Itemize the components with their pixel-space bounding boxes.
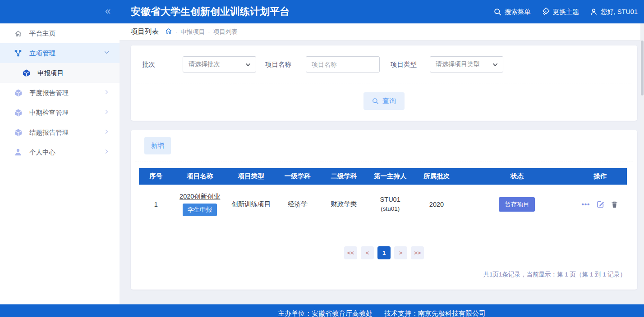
search-icon [372, 98, 379, 104]
cell-batch: 2020 [412, 185, 461, 225]
batch-select[interactable]: 请选择批次 [183, 56, 256, 72]
add-button[interactable]: 新增 [144, 137, 171, 154]
cell-name: 2020创新创业 学生申报 [173, 185, 227, 225]
project-name-input[interactable] [306, 56, 380, 72]
person-icon [14, 148, 23, 156]
project-table: 序号 项目名称 项目类型 一级学科 二级学科 第一主持人 所属批次 状态 操作 … [139, 168, 627, 225]
cube-icon [14, 128, 23, 137]
sidebar-item-label: 季度报告管理 [29, 89, 69, 97]
query-button[interactable]: 查询 [363, 92, 405, 110]
batch-select-value: 请选择批次 [189, 60, 220, 68]
chevron-down-icon [245, 62, 251, 68]
divider [135, 162, 633, 162]
pagination-first-button[interactable]: << [344, 246, 357, 259]
cube-icon [14, 89, 23, 97]
project-type-label: 项目类型 [391, 60, 430, 69]
delete-icon[interactable] [611, 200, 618, 208]
scrollbar-thumb[interactable] [641, 41, 644, 95]
sitemap-icon [14, 49, 23, 57]
cell-discipline2: 财政学类 [319, 185, 368, 225]
change-theme-button[interactable]: 更换主题 [542, 8, 579, 16]
breadcrumb-home-icon[interactable] [165, 27, 172, 36]
filter-panel: 批次 请选择批次 项目名称 项目类型 请选择项目类型 [131, 45, 637, 121]
chevron-right-icon [104, 149, 110, 156]
search-menu-button[interactable]: 搜索菜单 [494, 8, 531, 16]
sidebar-item-label: 个人中心 [29, 148, 55, 157]
cell-operations: ••• [573, 185, 627, 225]
project-list-panel: 新增 序号 项目名称 项目类型 一级学科 二级学科 第一主持人 所属批次 [131, 130, 637, 290]
sidebar-item-project-setup[interactable]: 立项管理 [0, 43, 120, 63]
pagination: << < 1 > >> [131, 246, 637, 259]
sidebar: 平台主页 立项管理 申报项目 季度报告管理 中期检查管理 [0, 23, 120, 304]
cell-index: 1 [139, 185, 173, 225]
col-header-type: 项目类型 [227, 168, 276, 185]
search-menu-label: 搜索菜单 [505, 8, 531, 16]
sidebar-item-apply-project[interactable]: 申报项目 [0, 63, 120, 83]
chevron-down-icon [492, 62, 498, 68]
footer-sponsor: 主办单位：安徽省教育厅高教处 [278, 309, 373, 317]
app-header: « 安徽省大学生创新创业训练计划平台 搜索菜单 更换主题 您好, STU01 [0, 0, 644, 23]
footer-support: 技术支持：南京先极科技有限公司 [384, 309, 486, 317]
cell-status: 暂存项目 [461, 185, 573, 225]
app-footer: 主办单位：安徽省教育厅高教处 技术支持：南京先极科技有限公司 [0, 304, 644, 317]
leader-account: (stu01) [370, 204, 410, 214]
col-header-batch: 所属批次 [412, 168, 461, 185]
col-header-index: 序号 [139, 168, 173, 185]
app-title: 安徽省大学生创新创业训练计划平台 [131, 0, 290, 23]
sidebar-item-label: 平台主页 [29, 29, 55, 38]
batch-label: 批次 [142, 60, 183, 69]
breadcrumb-separator: · [208, 28, 210, 35]
divider [136, 83, 632, 83]
query-button-label: 查询 [382, 97, 396, 105]
sidebar-item-label: 中期检查管理 [29, 109, 69, 117]
breadcrumb-separator: · [175, 28, 177, 35]
sidebar-item-final-report[interactable]: 结题报告管理 [0, 122, 120, 142]
pagination-next-button[interactable]: > [394, 246, 407, 259]
sidebar-item-label: 申报项目 [37, 69, 64, 77]
project-name-link[interactable]: 2020创新创业 [179, 193, 220, 200]
pagination-page-1-button[interactable]: 1 [377, 246, 391, 259]
chevron-right-icon [104, 129, 110, 136]
project-type-select[interactable]: 请选择项目类型 [430, 56, 503, 72]
search-icon [494, 8, 501, 16]
user-icon [590, 8, 598, 16]
table-header-row: 序号 项目名称 项目类型 一级学科 二级学科 第一主持人 所属批次 状态 操作 [139, 168, 627, 185]
col-header-discipline1: 一级学科 [276, 168, 319, 185]
vertical-scrollbar[interactable] [640, 23, 644, 304]
sidebar-item-personal-center[interactable]: 个人中心 [0, 142, 120, 162]
theme-icon [542, 8, 550, 16]
record-summary: 共1页1条记录，当前显示：第 1 页（第 1 到 1 记录） [131, 271, 626, 279]
user-menu[interactable]: 您好, STU01 [590, 8, 638, 16]
page-title: 项目列表 [131, 27, 159, 36]
breadcrumb: 项目列表 · 申报项目 · 项目列表 [120, 23, 644, 41]
sidebar-item-label: 结题报告管理 [29, 128, 69, 137]
cell-discipline1: 经济学 [276, 185, 319, 225]
col-header-discipline2: 二级学科 [319, 168, 368, 185]
user-greeting: 您好, STU01 [601, 8, 638, 16]
sidebar-item-midterm-check[interactable]: 中期检查管理 [0, 103, 120, 122]
sidebar-collapse-icon[interactable]: « [96, 0, 119, 23]
project-type-select-value: 请选择项目类型 [436, 60, 480, 68]
breadcrumb-parent[interactable]: 申报项目 [180, 28, 205, 36]
main-area: 项目列表 · 申报项目 · 项目列表 批次 请选择批次 项目名称 项目类型 请选… [120, 23, 644, 304]
home-icon [14, 30, 23, 37]
more-actions-icon[interactable]: ••• [582, 202, 590, 207]
sidebar-item-platform-home[interactable]: 平台主页 [0, 23, 120, 43]
chevron-right-icon [104, 89, 110, 96]
project-name-label: 项目名称 [265, 60, 306, 69]
apply-source-badge: 学生申报 [183, 204, 217, 216]
col-header-name: 项目名称 [173, 168, 227, 185]
cube-icon [22, 69, 31, 77]
breadcrumb-current: 项目列表 [213, 28, 238, 36]
table-row: 1 2020创新创业 学生申报 创新训练项目 经济学 财政学类 STU01 (s… [139, 185, 627, 225]
pagination-prev-button[interactable]: < [361, 246, 374, 259]
sidebar-item-quarterly-report[interactable]: 季度报告管理 [0, 83, 120, 103]
col-header-operations: 操作 [573, 168, 627, 185]
sidebar-item-label: 立项管理 [29, 49, 55, 58]
leader-name: STU01 [370, 195, 410, 204]
edit-icon[interactable] [596, 200, 604, 208]
cube-icon [14, 109, 23, 117]
chevron-down-icon [104, 50, 110, 57]
pagination-last-button[interactable]: >> [411, 246, 424, 259]
change-theme-label: 更换主题 [553, 8, 579, 16]
